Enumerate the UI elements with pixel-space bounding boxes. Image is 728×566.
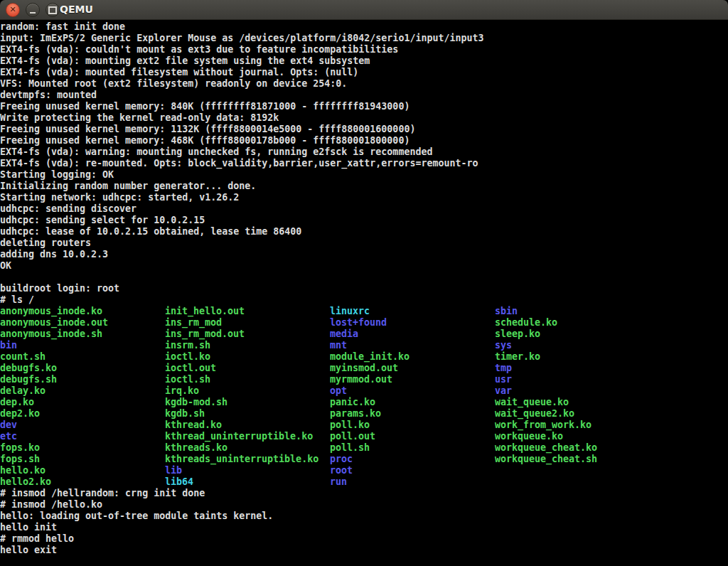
terminal-line: EXT4-fs (vda): re-mounted. Opts: block_v… <box>0 158 728 169</box>
ls-entry: hello2.ko <box>0 476 165 488</box>
ls-entry: count.sh <box>0 351 165 363</box>
ls-entry: poll.out <box>330 431 495 442</box>
ls-entry: ins_rm_mod <box>165 317 330 329</box>
terminal-line: # insmod /hello.ko <box>0 499 728 511</box>
terminal-screen[interactable]: random: fast init done input: ImExPS/2 G… <box>0 20 728 566</box>
ls-entry: work_from_work.ko <box>495 420 728 431</box>
ls-entry: linuxrc <box>330 306 495 317</box>
ls-entry: kthread_uninterruptible.ko <box>165 431 330 442</box>
maximize-icon[interactable] <box>46 3 60 17</box>
ls-entry: panic.ko <box>330 397 495 408</box>
ls-entry: opt <box>330 385 495 397</box>
ls-entry: myinsmod.out <box>330 363 495 374</box>
ls-entry: ioctl.out <box>165 363 330 374</box>
ls-entry: fops.sh <box>0 454 165 465</box>
ls-entry: sbin <box>495 306 728 317</box>
prompt-line: # <box>0 556 728 566</box>
ls-entry: fops.ko <box>0 442 165 454</box>
terminal-line: input: ImExPS/2 Generic Explorer Mouse a… <box>0 33 728 44</box>
terminal-line: deleting routers <box>0 237 728 249</box>
ls-entry: ioctl.sh <box>165 374 330 385</box>
ls-entry: kgdb-mod.sh <box>165 397 330 408</box>
terminal-line: devtmpfs: mounted <box>0 90 728 101</box>
terminal-line: EXT4-fs (vda): warning: mounting uncheck… <box>0 146 728 158</box>
ls-entry: poll.sh <box>330 442 495 454</box>
terminal-line: Write protecting the kernel read-only da… <box>0 112 728 124</box>
ls-entry: poll.ko <box>330 420 495 431</box>
ls-entry: myrmmod.out <box>330 374 495 385</box>
terminal-line: Freeing unused kernel memory: 1132K (fff… <box>0 124 728 135</box>
terminal-line: VFS: Mounted root (ext2 filesystem) read… <box>0 78 728 90</box>
ls-entry: params.ko <box>330 408 495 420</box>
ls-entry: anonymous_inode.out <box>0 317 165 329</box>
ls-entry: module_init.ko <box>330 351 495 363</box>
terminal-line: # rmmod hello <box>0 533 728 545</box>
ls-entry: lib <box>165 465 330 476</box>
terminal-line: random: fast init done <box>0 21 728 33</box>
ls-entry: kthread.ko <box>165 420 330 431</box>
ls-entry: workqueue_cheat.sh <box>495 454 728 465</box>
terminal-line: EXT4-fs (vda): mounted filesystem withou… <box>0 67 728 78</box>
ls-entry: init_hello.out <box>165 306 330 317</box>
close-icon[interactable]: ✕ <box>6 3 20 17</box>
terminal-line: Initializing random number generator... … <box>0 181 728 192</box>
ls-entry: root <box>330 465 495 476</box>
ls-entry: proc <box>330 454 495 465</box>
maximize-glyph <box>48 6 57 14</box>
ls-entry: workqueue_cheat.ko <box>495 442 728 454</box>
ls-entry: timer.ko <box>495 351 728 363</box>
ls-entry: mnt <box>330 340 495 351</box>
ls-entry: kthreads.ko <box>165 442 330 454</box>
window-titlebar[interactable]: ✕ QEMU <box>0 0 728 20</box>
ls-entry: irq.ko <box>165 385 330 397</box>
terminal-line: hello init <box>0 522 728 533</box>
terminal-line: EXT4-fs (vda): mounting ext2 file system… <box>0 55 728 67</box>
terminal-line: udhcpc: lease of 10.0.2.15 obtained, lea… <box>0 226 728 237</box>
ls-entry: sys <box>495 340 728 351</box>
ls-output: anonymous_inode.ko anonymous_inode.out a… <box>0 306 728 488</box>
ls-entry: lost+found <box>330 317 495 329</box>
boot-log: random: fast init done input: ImExPS/2 G… <box>0 21 728 306</box>
ls-entry: dep2.ko <box>0 408 165 420</box>
ls-entry: dev <box>0 420 165 431</box>
ls-entry: run <box>330 476 495 488</box>
ls-entry: var <box>495 385 728 397</box>
ls-entry: delay.ko <box>0 385 165 397</box>
terminal-line: udhcpc: sending discover <box>0 203 728 215</box>
terminal-line: # ls / <box>0 294 728 306</box>
ls-entry: wait_queue.ko <box>495 397 728 408</box>
ls-entry: dep.ko <box>0 397 165 408</box>
ls-entry: etc <box>0 431 165 442</box>
ls-entry: insrm.sh <box>165 340 330 351</box>
ls-entry: hello.ko <box>0 465 165 476</box>
terminal-line: buildroot login: root <box>0 283 728 294</box>
ls-entry: debugfs.ko <box>0 363 165 374</box>
ls-entry: wait_queue2.ko <box>495 408 728 420</box>
ls-entry: workqueue.ko <box>495 431 728 442</box>
ls-entry: anonymous_inode.sh <box>0 329 165 340</box>
ls-entry: media <box>330 329 495 340</box>
ls-entry: anonymous_inode.ko <box>0 306 165 317</box>
terminal-line <box>0 272 728 283</box>
terminal-line: Freeing unused kernel memory: 840K (ffff… <box>0 101 728 112</box>
terminal-line: Freeing unused kernel memory: 468K (ffff… <box>0 135 728 146</box>
ls-entry: schedule.ko <box>495 317 728 329</box>
terminal-line: Starting logging: OK <box>0 169 728 181</box>
terminal-line: # insmod /hellrandom: crng init done <box>0 488 728 499</box>
terminal-line: hello exit <box>0 545 728 556</box>
minimize-icon[interactable] <box>26 3 40 17</box>
minimize-glyph <box>30 12 36 14</box>
terminal-line: hello: loading out-of-tree module taints… <box>0 511 728 522</box>
ls-entry: sleep.ko <box>495 329 728 340</box>
terminal-line: adding dns 10.0.2.3 <box>0 249 728 260</box>
ls-entry: kgdb.sh <box>165 408 330 420</box>
terminal-line: Starting network: udhcpc: started, v1.26… <box>0 192 728 203</box>
ls-entry: kthreads_uninterruptible.ko <box>165 454 330 465</box>
ls-entry: lib64 <box>165 476 330 488</box>
ls-entry: debugfs.sh <box>0 374 165 385</box>
ls-entry: bin <box>0 340 165 351</box>
terminal-line: OK <box>0 260 728 272</box>
terminal-line: EXT4-fs (vda): couldn't mount as ext3 du… <box>0 44 728 55</box>
terminal-line: udhcpc: sending select for 10.0.2.15 <box>0 215 728 226</box>
ls-entry: usr <box>495 374 728 385</box>
